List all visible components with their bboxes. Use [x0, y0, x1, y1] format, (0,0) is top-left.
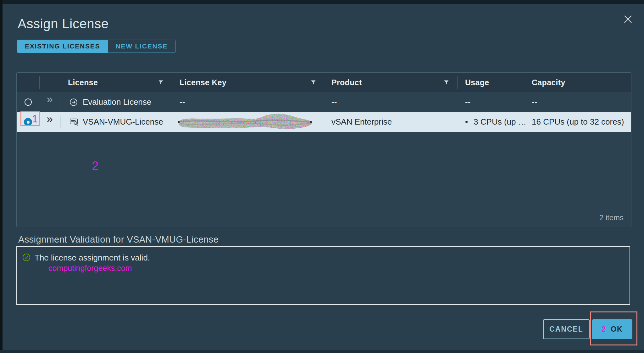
filter-icon[interactable] — [444, 80, 449, 85]
usage-bullet: • — [465, 117, 468, 127]
annotation-box-ok — [590, 311, 637, 345]
usage-text: 3 CPUs (up … — [474, 117, 526, 127]
backdrop-edge-bottom — [0, 350, 644, 353]
column-divider — [172, 76, 172, 89]
licenses-table: License License Key Product Usage Capaci… — [16, 72, 631, 227]
section-rule — [252, 241, 631, 241]
row-divider — [60, 96, 60, 109]
cell-capacity: 16 CPUs (up to 32 cores) — [532, 112, 624, 132]
column-header-product[interactable]: Product — [331, 73, 362, 92]
cancel-button[interactable]: CANCEL — [543, 319, 590, 339]
expand-row-icon[interactable]: » — [47, 93, 53, 106]
table-header: License License Key Product Usage Capaci… — [17, 73, 631, 92]
column-header-license-key[interactable]: License Key — [180, 73, 226, 92]
table-row-vsan-vmug-license[interactable]: » VSAN-VMUG-License — [17, 112, 631, 132]
cell-capacity: -- — [532, 92, 537, 112]
validation-message: The license assignment is valid. — [35, 253, 150, 263]
column-divider — [457, 76, 458, 89]
column-header-license[interactable]: License — [68, 73, 98, 92]
column-header-usage[interactable]: Usage — [465, 73, 489, 92]
items-count: 2 items — [599, 208, 624, 227]
license-tab-group: EXISTING LICENSES NEW LICENSE — [17, 40, 175, 53]
success-check-icon — [22, 253, 31, 261]
cell-product: vSAN Enterprise — [331, 112, 392, 132]
redacted-license-key-scribble — [176, 112, 313, 133]
arrow-circle-icon — [69, 92, 78, 112]
annotation-step-1: 1 — [32, 113, 38, 125]
tab-new-license[interactable]: NEW LICENSE — [108, 40, 175, 53]
backdrop-edge-top — [0, 0, 644, 4]
validation-box: The license assignment is valid. computi… — [16, 246, 630, 305]
table-row-evaluation-license[interactable]: » Evaluation License -- -- -- -- — [17, 92, 631, 112]
expand-row-icon[interactable]: » — [47, 113, 53, 126]
cell-usage: -- — [465, 92, 470, 112]
watermark-text: computingforgeeks.com — [48, 264, 132, 273]
column-divider — [60, 76, 60, 89]
cell-license-key: -- — [180, 92, 185, 112]
cell-license: Evaluation License — [83, 92, 151, 112]
assign-license-dialog: Assign License EXISTING LICENSES NEW LIC… — [0, 0, 644, 353]
column-divider — [524, 76, 524, 89]
cell-license: VSAN-VMUG-License — [83, 112, 163, 132]
filter-icon[interactable] — [311, 80, 316, 85]
row-divider — [60, 115, 60, 128]
cell-usage: • 3 CPUs (up … — [465, 112, 526, 132]
row-radio-unselected[interactable] — [25, 98, 32, 106]
certificate-icon — [69, 112, 79, 132]
column-divider — [39, 76, 40, 89]
dialog-title: Assign License — [18, 16, 109, 31]
column-header-capacity[interactable]: Capacity — [532, 73, 565, 92]
annotation-step-2: 2 — [92, 159, 98, 173]
backdrop-edge-left — [0, 0, 3, 353]
table-footer: 2 items — [17, 208, 631, 227]
validation-section-heading: Assignment Validation for VSAN-VMUG-Lice… — [18, 234, 219, 245]
close-icon[interactable] — [623, 14, 633, 24]
filter-icon[interactable] — [158, 80, 163, 85]
column-divider — [328, 76, 328, 89]
tab-existing-licenses[interactable]: EXISTING LICENSES — [17, 40, 108, 53]
cell-product: -- — [331, 92, 337, 112]
